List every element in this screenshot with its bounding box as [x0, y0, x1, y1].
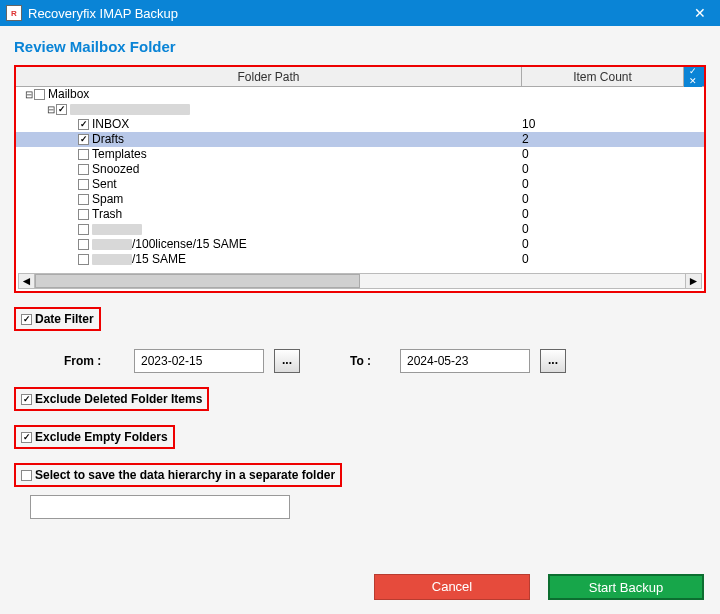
table-row[interactable]: Spam0: [16, 192, 704, 207]
table-row[interactable]: Drafts2: [16, 132, 704, 147]
col-actions: ✓ ✕: [684, 67, 704, 86]
save-hierarchy-option[interactable]: Select to save the data hierarchy in a s…: [14, 463, 342, 487]
row-checkbox[interactable]: [78, 119, 89, 130]
table-row[interactable]: ⊟: [16, 102, 704, 117]
date-filter-label: Date Filter: [35, 312, 94, 326]
save-hierarchy-label: Select to save the data hierarchy in a s…: [35, 468, 335, 482]
row-count: 0: [522, 207, 704, 222]
row-checkbox[interactable]: [78, 194, 89, 205]
row-count: [522, 102, 704, 117]
col-item-count[interactable]: Item Count: [522, 67, 684, 86]
row-label: Sent: [92, 177, 117, 192]
scroll-thumb[interactable]: [35, 274, 360, 288]
table-row[interactable]: ⊟Mailbox: [16, 87, 704, 102]
row-count: 0: [522, 252, 704, 267]
exclude-deleted-label: Exclude Deleted Folder Items: [35, 392, 202, 406]
row-label: INBOX: [92, 117, 129, 132]
row-count: 0: [522, 177, 704, 192]
row-checkbox[interactable]: [78, 224, 89, 235]
date-filter-checkbox[interactable]: [21, 314, 32, 325]
exclude-deleted-option[interactable]: Exclude Deleted Folder Items: [14, 387, 209, 411]
redacted-text: [92, 239, 132, 250]
table-row[interactable]: /100license/15 SAME0: [16, 237, 704, 252]
window-title: Recoveryfix IMAP Backup: [28, 6, 686, 21]
col-folder-path[interactable]: Folder Path: [16, 67, 522, 86]
table-row[interactable]: Trash0: [16, 207, 704, 222]
row-count: 0: [522, 237, 704, 252]
exclude-empty-label: Exclude Empty Folders: [35, 430, 168, 444]
button-bar: Cancel Start Backup: [374, 574, 704, 600]
row-count: [522, 87, 704, 102]
table-row[interactable]: Snoozed0: [16, 162, 704, 177]
scroll-left-icon[interactable]: ◄: [19, 274, 35, 288]
date-filter-option[interactable]: Date Filter: [14, 307, 101, 331]
row-label: /15 SAME: [132, 252, 186, 267]
row-label: Spam: [92, 192, 123, 207]
row-checkbox[interactable]: [56, 104, 67, 115]
row-label: Templates: [92, 147, 147, 162]
save-hierarchy-checkbox[interactable]: [21, 470, 32, 481]
row-checkbox[interactable]: [78, 149, 89, 160]
redacted-text: [92, 254, 132, 265]
row-checkbox[interactable]: [78, 134, 89, 145]
row-label: Drafts: [92, 132, 124, 147]
scroll-track[interactable]: [35, 274, 685, 288]
exclude-deleted-checkbox[interactable]: [21, 394, 32, 405]
row-count: 10: [522, 117, 704, 132]
exclude-empty-option[interactable]: Exclude Empty Folders: [14, 425, 175, 449]
table-header: Folder Path Item Count ✓ ✕: [16, 67, 704, 87]
row-checkbox[interactable]: [78, 209, 89, 220]
row-count: 0: [522, 192, 704, 207]
row-label: Trash: [92, 207, 122, 222]
to-date-picker-button[interactable]: ...: [540, 349, 566, 373]
to-label: To :: [350, 354, 390, 368]
close-icon[interactable]: ✕: [686, 5, 714, 21]
row-label: [70, 104, 190, 115]
row-label: [92, 224, 142, 235]
horizontal-scrollbar[interactable]: ◄ ►: [18, 273, 702, 289]
tree-toggle-icon[interactable]: ⊟: [24, 87, 34, 102]
cancel-button[interactable]: Cancel: [374, 574, 530, 600]
table-row[interactable]: INBOX10: [16, 117, 704, 132]
clear-all-icon[interactable]: ✕: [684, 77, 702, 87]
row-count: 2: [522, 132, 704, 147]
row-count: 0: [522, 162, 704, 177]
page-title: Review Mailbox Folder: [14, 38, 706, 55]
row-checkbox[interactable]: [78, 179, 89, 190]
save-path-input[interactable]: [30, 495, 290, 519]
table-row[interactable]: Sent0: [16, 177, 704, 192]
row-checkbox[interactable]: [78, 254, 89, 265]
from-date-picker-button[interactable]: ...: [274, 349, 300, 373]
row-checkbox[interactable]: [34, 89, 45, 100]
row-checkbox[interactable]: [78, 239, 89, 250]
from-label: From :: [64, 354, 124, 368]
row-count: 0: [522, 222, 704, 237]
from-date-input[interactable]: [134, 349, 264, 373]
row-label: Snoozed: [92, 162, 139, 177]
table-row[interactable]: Templates0: [16, 147, 704, 162]
row-count: 0: [522, 147, 704, 162]
exclude-empty-checkbox[interactable]: [21, 432, 32, 443]
scroll-right-icon[interactable]: ►: [685, 274, 701, 288]
app-icon: R: [6, 5, 22, 21]
table-body: ⊟Mailbox⊟INBOX10Drafts2Templates0Snoozed…: [16, 87, 704, 275]
date-range-row: From : ... To : ...: [14, 349, 706, 373]
table-row[interactable]: /15 SAME0: [16, 252, 704, 267]
folder-table: Folder Path Item Count ✓ ✕ ⊟Mailbox⊟INBO…: [14, 65, 706, 293]
row-label: Mailbox: [48, 87, 89, 102]
start-backup-button[interactable]: Start Backup: [548, 574, 704, 600]
row-label: /100license/15 SAME: [132, 237, 247, 252]
row-checkbox[interactable]: [78, 164, 89, 175]
tree-toggle-icon[interactable]: ⊟: [46, 102, 56, 117]
to-date-input[interactable]: [400, 349, 530, 373]
titlebar: R Recoveryfix IMAP Backup ✕: [0, 0, 720, 26]
table-row[interactable]: 0: [16, 222, 704, 237]
